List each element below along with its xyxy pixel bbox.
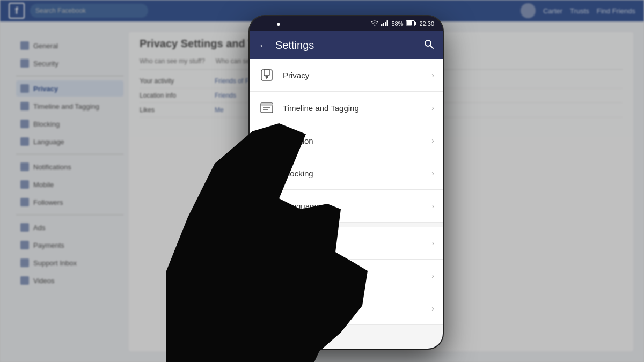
sidebar-item-timeline[interactable]: Timeline and Tagging	[16, 98, 123, 114]
settings-list: Privacy › Timeline and Tagging ›	[250, 59, 443, 349]
col-who-sees: Who can see my stuff?	[140, 57, 205, 65]
sidebar-item-notifications[interactable]: Notifications	[16, 159, 123, 175]
sidebar-label-language: Language	[33, 138, 64, 146]
general-icon	[20, 41, 29, 50]
svg-rect-3	[387, 20, 389, 26]
sidebar-label-timeline: Timeline and Tagging	[33, 102, 99, 110]
row1-label: Your activity	[140, 77, 204, 85]
privacy-chevron: ›	[431, 71, 434, 79]
settings-search-button[interactable]	[423, 39, 434, 52]
videos-icon	[20, 276, 29, 285]
svg-line-8	[430, 45, 434, 48]
blocking-icon	[20, 120, 29, 128]
text-messaging-label: Text Messaging	[283, 271, 431, 280]
settings-header: ← Settings	[250, 31, 443, 59]
svg-rect-32	[269, 270, 272, 275]
settings-item-blocking[interactable]: Blocking ›	[250, 157, 443, 190]
location-chevron: ›	[431, 136, 434, 145]
facebook-sidebar: General Security Privacy Timeline and Ta…	[11, 32, 129, 351]
svg-rect-5	[407, 21, 412, 25]
battery-icon	[406, 20, 416, 27]
mobile-icon	[20, 180, 29, 189]
nav-trusts[interactable]: Trusts	[570, 7, 589, 15]
phone-body: ●	[250, 16, 443, 349]
blocking-label: Blocking	[283, 169, 431, 178]
support-icon	[20, 258, 29, 267]
payments-icon	[20, 241, 29, 249]
sidebar-label-videos: Videos	[33, 277, 55, 285]
sidebar-item-followers[interactable]: Followers	[16, 194, 123, 210]
svg-point-18	[266, 138, 268, 140]
svg-rect-28	[261, 271, 269, 282]
search-placeholder-text: Search Facebook	[35, 7, 86, 14]
language-chevron: ›	[431, 202, 434, 210]
sidebar-label-ads: Ads	[33, 224, 45, 232]
back-button[interactable]: ←	[258, 39, 269, 51]
sidebar-label-mobile: Mobile	[33, 181, 54, 189]
sidebar-label-general: General	[33, 42, 58, 50]
sidebar-item-blocking[interactable]: Blocking	[16, 116, 123, 132]
sidebar-label-followers: Followers	[33, 198, 63, 206]
text-messaging-chevron: ›	[431, 271, 434, 280]
privacy-icon	[20, 84, 29, 93]
row2-label: Location info	[140, 92, 204, 99]
settings-item-notifications[interactable]: Notifications ›	[250, 227, 443, 260]
sidebar-label-notifications: Notifications	[33, 163, 71, 171]
svg-rect-10	[264, 69, 269, 76]
sidebar-item-support[interactable]: Support Inbox	[16, 255, 123, 271]
language-label: Language	[283, 202, 431, 211]
settings-item-privacy[interactable]: Privacy ›	[250, 59, 443, 92]
whatsapp-icon: ●	[276, 20, 281, 28]
notifications-label: Notifications	[283, 239, 431, 248]
sidebar-item-privacy[interactable]: Privacy	[16, 80, 123, 97]
nav-find-friends[interactable]: Find Friends	[597, 7, 635, 15]
followers-icon	[20, 198, 29, 206]
language-settings-icon	[258, 197, 275, 215]
location-label: Location	[283, 136, 431, 145]
blocking-settings-icon	[258, 165, 275, 182]
sidebar-item-ads[interactable]: Ads	[16, 219, 123, 235]
time-display: 22:30	[419, 20, 434, 27]
settings-group-1: Privacy › Timeline and Tagging ›	[250, 59, 443, 223]
svg-rect-14	[261, 103, 273, 106]
notifications-settings-icon	[258, 234, 275, 252]
notifications-chevron: ›	[431, 239, 434, 247]
facebook-search-bar[interactable]: Search Facebook	[30, 4, 148, 18]
sidebar-divider-2	[16, 154, 123, 154]
sidebar-item-payments[interactable]: Payments	[16, 237, 123, 253]
sidebar-item-security[interactable]: Security	[16, 55, 123, 71]
sidebar-item-mobile[interactable]: Mobile	[16, 176, 123, 193]
sidebar-label-privacy: Privacy	[33, 85, 58, 93]
signal-icon	[381, 20, 389, 27]
timeline-chevron: ›	[431, 104, 434, 112]
svg-rect-6	[415, 22, 416, 25]
location-settings-icon	[258, 132, 275, 149]
privacy-settings-icon	[258, 67, 275, 84]
settings-title: Settings	[275, 39, 423, 51]
settings-group-2: Notifications › Text Messagin	[250, 227, 443, 325]
timeline-label: Timeline and Tagging	[283, 104, 431, 113]
timeline-settings-icon	[258, 99, 275, 116]
settings-item-text-messaging[interactable]: Text Messaging ›	[250, 260, 443, 292]
battery-percentage: 58%	[391, 20, 403, 27]
wifi-icon	[371, 20, 378, 27]
sidebar-item-language[interactable]: Language	[16, 134, 123, 150]
settings-item-location[interactable]: Location ›	[250, 124, 443, 157]
sidebar-item-general[interactable]: General	[16, 38, 123, 54]
sidebar-item-videos[interactable]: Videos	[16, 272, 123, 289]
nav-carter[interactable]: Carter	[543, 7, 562, 15]
status-bar-right: 58% 22:30	[371, 20, 434, 27]
settings-item-timeline[interactable]: Timeline and Tagging ›	[250, 92, 443, 124]
sidebar-label-security: Security	[33, 60, 58, 68]
timeline-icon	[20, 102, 29, 110]
svg-rect-0	[381, 24, 383, 26]
sidebar-label-payments: Payments	[33, 241, 64, 249]
phone-wrapper: ●	[231, 16, 462, 359]
settings-item-language[interactable]: Language ›	[250, 190, 443, 223]
settings-item-followers[interactable]: Followers ›	[250, 292, 443, 325]
status-bar-left: ●	[276, 20, 281, 28]
status-bar: ●	[250, 16, 443, 31]
row3-label: Likes	[140, 106, 204, 114]
user-avatar	[521, 3, 536, 18]
sidebar-label-blocking: Blocking	[33, 120, 60, 128]
